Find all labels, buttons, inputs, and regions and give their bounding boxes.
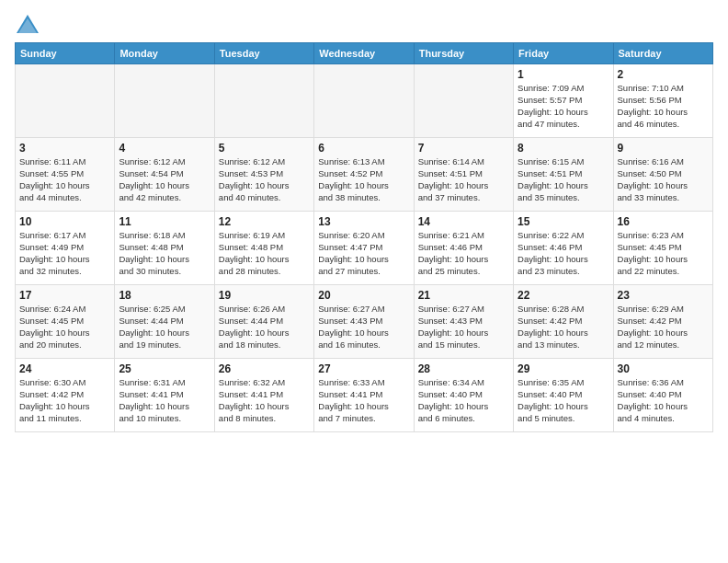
calendar-cell — [16, 64, 115, 138]
day-number: 18 — [119, 288, 210, 303]
day-number: 6 — [318, 141, 409, 155]
day-info: Sunrise: 6:22 AM Sunset: 4:46 PM Dayligh… — [518, 230, 609, 277]
day-number: 16 — [618, 214, 709, 229]
day-info: Sunrise: 6:11 AM Sunset: 4:55 PM Dayligh… — [19, 156, 110, 203]
calendar-cell: 4Sunrise: 6:12 AM Sunset: 4:54 PM Daylig… — [115, 138, 214, 212]
calendar-cell: 3Sunrise: 6:11 AM Sunset: 4:55 PM Daylig… — [16, 138, 115, 212]
day-number: 10 — [19, 214, 110, 229]
calendar-cell: 13Sunrise: 6:20 AM Sunset: 4:47 PM Dayli… — [314, 212, 414, 285]
day-info: Sunrise: 6:35 AM Sunset: 4:40 PM Dayligh… — [518, 377, 609, 424]
day-number: 14 — [418, 214, 509, 229]
day-info: Sunrise: 6:17 AM Sunset: 4:49 PM Dayligh… — [19, 230, 110, 277]
day-number: 8 — [518, 141, 609, 155]
weekday-header-saturday: Saturday — [613, 43, 712, 64]
calendar-cell: 2Sunrise: 7:10 AM Sunset: 5:56 PM Daylig… — [613, 64, 712, 138]
day-number: 30 — [618, 362, 709, 376]
day-number: 13 — [318, 214, 409, 229]
calendar-cell: 23Sunrise: 6:29 AM Sunset: 4:42 PM Dayli… — [613, 285, 712, 359]
header — [15, 9, 713, 39]
calendar-cell: 30Sunrise: 6:36 AM Sunset: 4:40 PM Dayli… — [613, 359, 712, 432]
day-info: Sunrise: 6:30 AM Sunset: 4:42 PM Dayligh… — [19, 377, 110, 424]
day-info: Sunrise: 6:27 AM Sunset: 4:43 PM Dayligh… — [318, 304, 409, 350]
day-info: Sunrise: 6:12 AM Sunset: 4:54 PM Dayligh… — [119, 156, 210, 203]
weekday-header-friday: Friday — [514, 43, 613, 64]
calendar-cell: 1Sunrise: 7:09 AM Sunset: 5:57 PM Daylig… — [514, 64, 613, 138]
calendar-week-5: 24Sunrise: 6:30 AM Sunset: 4:42 PM Dayli… — [16, 359, 713, 432]
day-info: Sunrise: 6:19 AM Sunset: 4:48 PM Dayligh… — [219, 230, 310, 277]
logo — [15, 13, 44, 39]
day-number: 20 — [318, 288, 409, 303]
calendar-cell: 10Sunrise: 6:17 AM Sunset: 4:49 PM Dayli… — [16, 212, 115, 285]
day-info: Sunrise: 6:28 AM Sunset: 4:42 PM Dayligh… — [518, 304, 609, 350]
calendar-cell: 20Sunrise: 6:27 AM Sunset: 4:43 PM Dayli… — [314, 285, 414, 359]
calendar-cell — [414, 64, 513, 138]
calendar-cell: 26Sunrise: 6:32 AM Sunset: 4:41 PM Dayli… — [214, 359, 313, 432]
calendar-cell: 5Sunrise: 6:12 AM Sunset: 4:53 PM Daylig… — [214, 138, 313, 212]
calendar-cell: 28Sunrise: 6:34 AM Sunset: 4:40 PM Dayli… — [414, 359, 513, 432]
calendar-cell: 15Sunrise: 6:22 AM Sunset: 4:46 PM Dayli… — [514, 212, 613, 285]
day-number: 22 — [518, 288, 609, 303]
day-info: Sunrise: 6:31 AM Sunset: 4:41 PM Dayligh… — [119, 377, 210, 424]
day-info: Sunrise: 6:15 AM Sunset: 4:51 PM Dayligh… — [518, 156, 609, 203]
calendar-cell: 11Sunrise: 6:18 AM Sunset: 4:48 PM Dayli… — [115, 212, 214, 285]
day-info: Sunrise: 6:20 AM Sunset: 4:47 PM Dayligh… — [318, 230, 409, 277]
weekday-header-thursday: Thursday — [414, 43, 513, 64]
day-number: 17 — [19, 288, 110, 303]
day-info: Sunrise: 6:14 AM Sunset: 4:51 PM Dayligh… — [418, 156, 509, 203]
page-container: SundayMondayTuesdayWednesdayThursdayFrid… — [0, 0, 728, 440]
day-info: Sunrise: 6:12 AM Sunset: 4:53 PM Dayligh… — [219, 156, 310, 203]
calendar-week-1: 1Sunrise: 7:09 AM Sunset: 5:57 PM Daylig… — [16, 64, 713, 138]
calendar-cell: 25Sunrise: 6:31 AM Sunset: 4:41 PM Dayli… — [115, 359, 214, 432]
day-info: Sunrise: 6:29 AM Sunset: 4:42 PM Dayligh… — [618, 304, 709, 350]
day-number: 28 — [418, 362, 509, 376]
day-info: Sunrise: 6:21 AM Sunset: 4:46 PM Dayligh… — [418, 230, 509, 277]
calendar-cell: 22Sunrise: 6:28 AM Sunset: 4:42 PM Dayli… — [514, 285, 613, 359]
calendar-week-3: 10Sunrise: 6:17 AM Sunset: 4:49 PM Dayli… — [16, 212, 713, 285]
day-number: 27 — [318, 362, 409, 376]
day-number: 5 — [219, 141, 310, 155]
day-number: 24 — [19, 362, 110, 376]
day-info: Sunrise: 6:25 AM Sunset: 4:44 PM Dayligh… — [119, 304, 210, 350]
day-info: Sunrise: 7:10 AM Sunset: 5:56 PM Dayligh… — [618, 83, 709, 130]
calendar-cell: 17Sunrise: 6:24 AM Sunset: 4:45 PM Dayli… — [16, 285, 115, 359]
calendar-cell: 12Sunrise: 6:19 AM Sunset: 4:48 PM Dayli… — [214, 212, 313, 285]
calendar-table: SundayMondayTuesdayWednesdayThursdayFrid… — [15, 42, 713, 432]
day-info: Sunrise: 6:32 AM Sunset: 4:41 PM Dayligh… — [219, 377, 310, 424]
day-info: Sunrise: 6:34 AM Sunset: 4:40 PM Dayligh… — [418, 377, 509, 424]
day-info: Sunrise: 6:26 AM Sunset: 4:44 PM Dayligh… — [219, 304, 310, 350]
calendar-cell: 27Sunrise: 6:33 AM Sunset: 4:41 PM Dayli… — [314, 359, 414, 432]
day-number: 23 — [618, 288, 709, 303]
calendar-cell — [314, 64, 414, 138]
calendar-cell: 9Sunrise: 6:16 AM Sunset: 4:50 PM Daylig… — [613, 138, 712, 212]
calendar-cell: 6Sunrise: 6:13 AM Sunset: 4:52 PM Daylig… — [314, 138, 414, 212]
day-number: 12 — [219, 214, 310, 229]
calendar-cell: 19Sunrise: 6:26 AM Sunset: 4:44 PM Dayli… — [214, 285, 313, 359]
calendar-cell — [115, 64, 214, 138]
calendar-cell: 29Sunrise: 6:35 AM Sunset: 4:40 PM Dayli… — [514, 359, 613, 432]
calendar-cell: 8Sunrise: 6:15 AM Sunset: 4:51 PM Daylig… — [514, 138, 613, 212]
day-info: Sunrise: 6:36 AM Sunset: 4:40 PM Dayligh… — [618, 377, 709, 424]
day-number: 4 — [119, 141, 210, 155]
day-number: 25 — [119, 362, 210, 376]
day-number: 9 — [618, 141, 709, 155]
day-info: Sunrise: 6:24 AM Sunset: 4:45 PM Dayligh… — [19, 304, 110, 350]
calendar-week-4: 17Sunrise: 6:24 AM Sunset: 4:45 PM Dayli… — [16, 285, 713, 359]
day-info: Sunrise: 6:27 AM Sunset: 4:43 PM Dayligh… — [418, 304, 509, 350]
day-info: Sunrise: 7:09 AM Sunset: 5:57 PM Dayligh… — [518, 83, 609, 130]
day-info: Sunrise: 6:18 AM Sunset: 4:48 PM Dayligh… — [119, 230, 210, 277]
calendar-cell: 18Sunrise: 6:25 AM Sunset: 4:44 PM Dayli… — [115, 285, 214, 359]
calendar-cell: 21Sunrise: 6:27 AM Sunset: 4:43 PM Dayli… — [414, 285, 513, 359]
weekday-header-monday: Monday — [115, 43, 214, 64]
day-number: 26 — [219, 362, 310, 376]
day-number: 1 — [518, 67, 609, 82]
day-info: Sunrise: 6:13 AM Sunset: 4:52 PM Dayligh… — [318, 156, 409, 203]
calendar-cell: 7Sunrise: 6:14 AM Sunset: 4:51 PM Daylig… — [414, 138, 513, 212]
weekday-header-sunday: Sunday — [16, 43, 115, 64]
day-number: 19 — [219, 288, 310, 303]
weekday-header-row: SundayMondayTuesdayWednesdayThursdayFrid… — [16, 43, 713, 64]
weekday-header-tuesday: Tuesday — [214, 43, 313, 64]
calendar-cell: 16Sunrise: 6:23 AM Sunset: 4:45 PM Dayli… — [613, 212, 712, 285]
calendar-week-2: 3Sunrise: 6:11 AM Sunset: 4:55 PM Daylig… — [16, 138, 713, 212]
day-number: 15 — [518, 214, 609, 229]
calendar-cell: 14Sunrise: 6:21 AM Sunset: 4:46 PM Dayli… — [414, 212, 513, 285]
